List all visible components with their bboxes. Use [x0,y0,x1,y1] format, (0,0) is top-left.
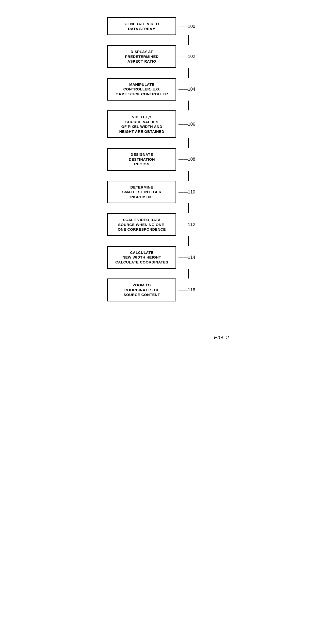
flow-item-step-112: SCALE VIDEO DATA SOURCE WHEN NO ONE- ONE… [88,213,235,236]
connector-line-2 [188,68,189,78]
box-label-step-110: DETERMINE SMALLEST INTEGER INCREMENT [122,185,161,200]
process-box-step-106: VIDEO X,Y SOURCE VALUES OF PIXEL WIDTH A… [107,110,176,138]
box-label-step-116: ZOOM TO COORDINATES OF SOURCE CONTENT [124,283,160,297]
box-label-step-106: VIDEO X,Y SOURCE VALUES OF PIXEL WIDTH A… [119,114,164,134]
box-wrapper-step-116: ZOOM TO COORDINATES OF SOURCE CONTENT—11… [88,278,235,302]
flowchart-diagram: GENERATE VIDEO DATA STREAM—100DISPLAY AT… [88,10,235,326]
connector-line-1 [188,35,189,45]
process-box-step-108: DESIGNATE DESTINATION REGION—108 [107,148,176,171]
connector-line-6 [188,203,189,213]
box-label-step-104: MANIPULATE CONTROLLER, E.G. GAME STICK C… [116,82,168,96]
box-label-step-114: CALCULATE NEW WIDTH HEIGHT CALCULATE COO… [115,250,168,265]
box-label-step-102: DISPLAY AT PREDETERMINED ASPECT RATIO [125,49,159,64]
connector-line-8 [188,269,189,278]
step-number-step-112: —112 [179,222,195,227]
connector-line-3 [188,100,189,110]
box-wrapper-step-104: MANIPULATE CONTROLLER, E.G. GAME STICK C… [88,78,235,101]
flow-item-step-116: ZOOM TO COORDINATES OF SOURCE CONTENT—11… [88,278,235,302]
step-number-step-114: —114 [179,254,195,260]
flow-item-step-110: DETERMINE SMALLEST INTEGER INCREMENT—110 [88,181,235,204]
step-number-step-110: —110 [179,189,195,194]
process-box-step-102: DISPLAY AT PREDETERMINED ASPECT RATIO—10… [107,45,176,68]
step-number-step-100: —100 [179,24,195,29]
flow-item-step-106: VIDEO X,Y SOURCE VALUES OF PIXEL WIDTH A… [88,110,235,138]
flow-item-step-102: DISPLAY AT PREDETERMINED ASPECT RATIO—10… [88,45,235,68]
step-number-step-106: —106 [179,122,195,127]
box-wrapper-step-100: GENERATE VIDEO DATA STREAM—100 [88,17,235,35]
box-wrapper-step-112: SCALE VIDEO DATA SOURCE WHEN NO ONE- ONE… [88,213,235,236]
connector-line-4 [188,138,189,148]
process-box-step-114: CALCULATE NEW WIDTH HEIGHT CALCULATE COO… [107,246,176,269]
box-label-step-100: GENERATE VIDEO DATA STREAM [125,22,159,31]
step-number-step-104: —104 [179,86,195,92]
process-box-step-112: SCALE VIDEO DATA SOURCE WHEN NO ONE- ONE… [107,213,176,236]
box-wrapper-step-106: VIDEO X,Y SOURCE VALUES OF PIXEL WIDTH A… [88,110,235,138]
flow-container: GENERATE VIDEO DATA STREAM—100DISPLAY AT… [88,17,235,302]
flow-item-step-114: CALCULATE NEW WIDTH HEIGHT CALCULATE COO… [88,246,235,269]
step-number-step-108: —108 [179,157,195,162]
box-wrapper-step-108: DESIGNATE DESTINATION REGION—108 [88,148,235,171]
box-wrapper-step-102: DISPLAY AT PREDETERMINED ASPECT RATIO—10… [88,45,235,68]
step-number-step-102: —102 [179,54,195,59]
process-box-step-104: MANIPULATE CONTROLLER, E.G. GAME STICK C… [107,78,176,101]
flow-item-step-108: DESIGNATE DESTINATION REGION—108 [88,148,235,171]
box-wrapper-step-110: DETERMINE SMALLEST INTEGER INCREMENT—110 [88,181,235,204]
process-box-step-100: GENERATE VIDEO DATA STREAM—100 [107,17,176,35]
connector-line-7 [188,236,189,246]
box-label-step-112: SCALE VIDEO DATA SOURCE WHEN NO ONE- ONE… [118,218,166,232]
figure-label: FIG. 2. [214,334,230,341]
step-number-step-116: —116 [179,287,195,292]
process-box-step-110: DETERMINE SMALLEST INTEGER INCREMENT—110 [107,181,176,204]
process-box-step-116: ZOOM TO COORDINATES OF SOURCE CONTENT—11… [107,278,176,302]
box-label-step-108: DESIGNATE DESTINATION REGION [129,152,155,166]
flow-item-step-100: GENERATE VIDEO DATA STREAM—100 [88,17,235,35]
connector-line-5 [188,171,189,181]
flow-item-step-104: MANIPULATE CONTROLLER, E.G. GAME STICK C… [88,78,235,101]
box-wrapper-step-114: CALCULATE NEW WIDTH HEIGHT CALCULATE COO… [88,246,235,269]
